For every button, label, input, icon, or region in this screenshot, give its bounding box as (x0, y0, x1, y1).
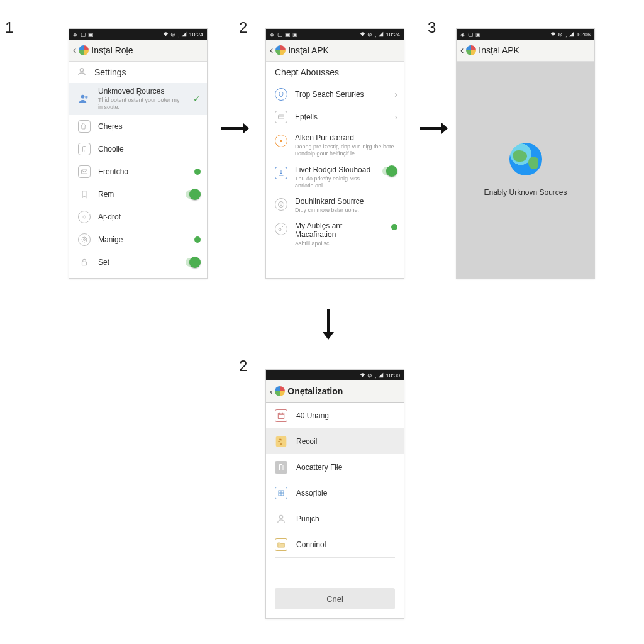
bag-icon (78, 120, 91, 133)
svg-point-21 (279, 202, 284, 208)
status-time: 10:06 (576, 31, 591, 38)
person-icon (77, 67, 87, 79)
row-desc: Doong pre izestiŗ, dnp vur lniŗg the hot… (295, 143, 396, 158)
phone-4: ⊚ , 10:30 ‹ Onętalization 40 Uriang Reco… (265, 369, 404, 619)
person-outline-icon (275, 513, 287, 525)
row-label: Set (98, 258, 178, 267)
status-time: 10:24 (386, 31, 400, 38)
row-label: My Aublęs ant Macafiration (295, 221, 384, 239)
svg-marker-26 (379, 373, 384, 378)
row-manige[interactable]: Manige (69, 228, 207, 251)
svg-point-8 (81, 95, 85, 99)
install-row-punjch[interactable]: Punjch (266, 506, 404, 531)
row-label: Rem (98, 190, 178, 199)
folder-icon (275, 538, 287, 551)
svg-point-7 (80, 68, 83, 71)
signal-icon (378, 372, 384, 378)
install-row-assorible[interactable]: Assoŗible (266, 480, 404, 506)
wifi-icon (550, 31, 556, 37)
shield-icon: ◈ (270, 31, 275, 37)
row-label: Manige (98, 235, 187, 244)
device-icon (78, 143, 91, 155)
row-myaub[interactable]: My Aublęs ant Macafiration Ashtlil apoil… (266, 218, 404, 251)
compass-icon: ⊚ (558, 31, 564, 37)
row-label: Punjch (296, 514, 319, 523)
row-eptells[interactable]: Epţells › (266, 106, 404, 128)
status-bar: ◈ ▢ ▣ ⊚ , 10:24 (69, 29, 207, 40)
app-title: Insţal APK (479, 45, 519, 55)
row-trop[interactable]: Trop Seach Serurłes › (266, 83, 404, 106)
app-icon (79, 45, 89, 55)
sad-icon (275, 198, 287, 211)
enable-sources-label: Enabły Urknovn Sources (484, 188, 567, 197)
chevron-right-icon: › (394, 89, 397, 99)
image-icon: ▢ (468, 31, 474, 37)
row-livet[interactable]: Livet Rodçid Slouhoad Thu do prkefty eal… (266, 162, 404, 194)
row-desc: Thid ootent ostent your poter myl in sou… (98, 97, 186, 111)
back-icon[interactable]: ‹ (270, 387, 272, 396)
shield-circle-icon (275, 88, 287, 101)
row-unknown-sources[interactable]: Unkmoved Ŗources Thid ootent ostent your… (69, 83, 207, 115)
row-label: Assoŗible (296, 489, 327, 497)
status-bar: ◈ ▢ ▣ ▣ ⊚ , 10:24 (266, 29, 404, 40)
svg-point-9 (85, 96, 88, 99)
toggle[interactable] (186, 258, 201, 267)
toggle[interactable] (382, 167, 397, 175)
download-icon (275, 167, 287, 179)
toggle[interactable] (186, 190, 201, 199)
image-icon-2: ▣ (475, 31, 481, 37)
wifi-icon (163, 31, 169, 37)
row-label: Aocattery Fiłe (296, 463, 342, 472)
row-label: Erentcho (98, 167, 187, 176)
back-icon[interactable]: ‹ (270, 45, 273, 55)
row-desc: Diuy cin more bslar uohe. (295, 207, 396, 214)
row-chenes[interactable]: Cheŗes (69, 115, 207, 138)
row-douh[interactable]: Douhlinkard Sourrce Diuy cin more bslar … (266, 193, 404, 218)
row-desc: Thu do prkefty ealnig Mss anriotie onl (295, 175, 375, 190)
recycle-icon (275, 435, 287, 448)
step-number-2-top: 2 (239, 19, 247, 36)
row-alken[interactable]: Alken Pur dærard Doong pre izestiŗ, dnp … (266, 128, 404, 162)
row-label: Conninol (296, 540, 326, 549)
svg-marker-6 (182, 32, 187, 37)
wifi-icon (360, 31, 365, 37)
svg-point-23 (282, 204, 282, 204)
status-dot (391, 224, 397, 230)
svg-point-20 (280, 140, 282, 142)
row-label: 40 Uriang (296, 411, 329, 420)
app-icon (275, 45, 286, 55)
app-bar: ‹ Insţal Roļe (69, 40, 207, 62)
dot-icon: , (375, 31, 377, 38)
row-ardot[interactable]: Aŗ·dŗot (69, 206, 207, 228)
row-rem[interactable]: Rem (69, 183, 207, 206)
row-erentcho[interactable]: Erentcho (69, 160, 207, 183)
cnel-button[interactable]: Cnel (275, 588, 395, 609)
status-time: 10:24 (189, 31, 203, 38)
row-label: Epţells (295, 113, 387, 121)
chevron-right-icon: › (394, 112, 397, 122)
row-choolie[interactable]: Choolie (69, 138, 207, 160)
shield-icon: ◈ (73, 31, 79, 37)
phone-1: ◈ ▢ ▣ ⊚ , 10:24 ‹ Insţal Roļe Settings (69, 28, 208, 279)
app-bar: ‹ Insţal APK (457, 40, 594, 62)
row-label: Douhlinkard Sourrce (295, 197, 397, 206)
back-icon[interactable]: ‹ (460, 45, 464, 55)
arrow-down (321, 308, 336, 343)
row-set[interactable]: Set (69, 251, 207, 274)
install-row-conninol[interactable]: Conninol (266, 531, 404, 557)
app-title: Insţal APK (288, 45, 329, 55)
back-icon[interactable]: ‹ (73, 45, 76, 55)
svg-marker-17 (379, 32, 384, 37)
install-row-recoil[interactable]: Recoil (266, 428, 404, 454)
row-label: Aŗ·dŗot (98, 213, 201, 221)
check-icon: ✓ (193, 94, 201, 104)
step-number-2-bottom: 2 (239, 357, 247, 375)
install-row-uriang[interactable]: 40 Uriang (266, 402, 404, 428)
install-row-aocattery[interactable]: Aocattery Fiłe (266, 454, 404, 480)
circle-icon (78, 211, 91, 223)
image-icon-3: ▣ (292, 31, 298, 37)
arrow-right-1 (220, 117, 249, 140)
svg-rect-18 (279, 115, 284, 119)
arrow-right-2 (419, 117, 448, 140)
svg-point-35 (279, 515, 282, 518)
